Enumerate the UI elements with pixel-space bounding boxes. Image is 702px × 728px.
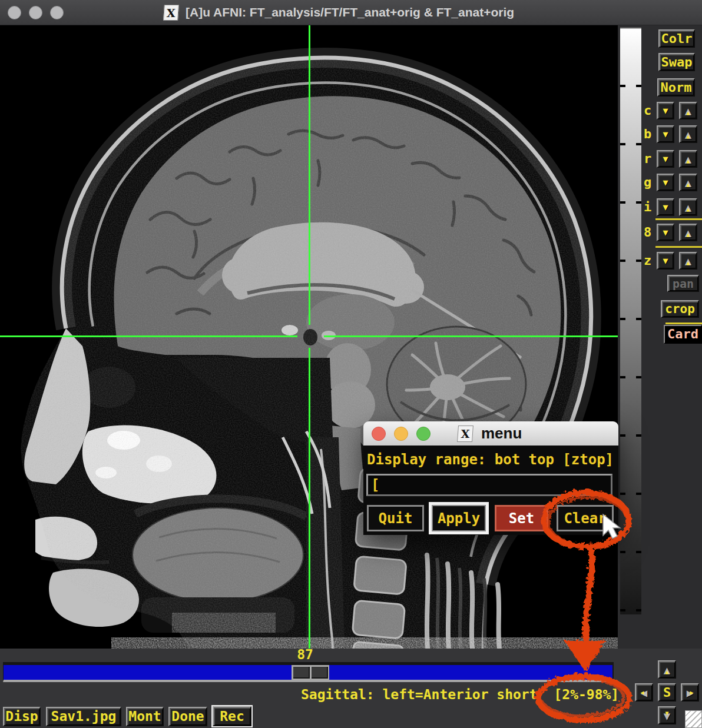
montage-increase-button[interactable]: ▲▲ [679,224,697,241]
r-increase-button[interactable]: ▲▲ [679,150,697,168]
down-arrow-icon: ▼ [663,257,668,265]
montage-decrease-button[interactable]: ▼ [657,224,674,241]
intensity-range-label: [2%-98%] [554,687,619,702]
slider-thumb[interactable] [292,665,329,680]
save-jpeg-button[interactable]: Sav1.jpg [46,707,121,726]
slice-left-button[interactable]: ◀◀ [635,683,653,702]
zoom-button[interactable] [50,6,64,19]
g-increase-button[interactable]: ▲▲ [679,174,697,191]
b-increase-button[interactable]: ▲▲ [679,125,697,143]
done-button[interactable]: Done [168,707,207,726]
param-label-8: 8 [644,224,657,241]
slice-up-button[interactable]: ▲▲ [658,660,676,679]
display-range-input[interactable] [366,474,612,496]
menu-window: X menu Display range: bot top [ztop] Qui… [363,421,618,535]
control-sidebar: Colr Swap Norm c ▼ ▲▲ b ▼ ▲▲ r ▼ ▲▲ g ▼ … [642,25,702,649]
param-label-b: b [644,125,657,143]
crosshair-vertical [309,348,310,649]
down-arrow-icon: ▼ [663,203,668,212]
slice-number-label: 87 [287,648,323,661]
apply-button-focus-ring: Apply [429,502,489,534]
apply-button[interactable]: Apply [432,505,486,531]
zoom-button[interactable] [416,427,431,441]
param-label-c: c [644,102,657,119]
right-arrow-icon: ▶▶ [684,686,697,699]
mri-viewport[interactable] [0,25,618,649]
swap-button[interactable]: Swap [658,53,695,71]
param-label-i: i [644,198,657,216]
norm-button[interactable]: Norm [657,78,695,97]
zoom-increase-button[interactable]: ▲▲ [679,252,697,270]
left-arrow-icon: ◀◀ [638,686,651,699]
disp-button[interactable]: Disp [3,707,41,726]
colr-button[interactable]: Colr [658,29,695,48]
close-button[interactable] [372,427,386,441]
slice-slider[interactable] [3,662,614,682]
set-button[interactable]: Set [495,505,548,531]
status-line: Sagittal: left=Anterior short [2%-98%] [301,688,619,702]
window-titlebar[interactable]: X [A]u AFNI: FT_analysis/FT/FT_anat+orig… [0,0,702,25]
window-title: [A]u AFNI: FT_analysis/FT/FT_anat+orig &… [186,5,514,19]
r-decrease-button[interactable]: ▼ [657,150,674,168]
window-resize-grip[interactable] [685,710,702,728]
pan-button[interactable]: pan [667,275,699,292]
down-arrow-icon: ▼ [663,178,668,187]
separator [665,323,702,324]
menu-title: menu [481,424,522,443]
clear-button[interactable]: Clear [557,505,614,531]
orientation-label: Sagittal: left=Anterior short [301,687,538,702]
x11-icon: X [163,5,179,21]
down-arrow-icon: ▼ [663,155,668,164]
up-arrow-icon: ▲▲ [682,128,695,141]
menu-titlebar[interactable]: X menu [363,421,618,446]
card-menu-button[interactable]: Card [664,325,702,344]
up-arrow-icon: ▲▲ [682,152,695,165]
rec-button-frame: Rec [211,705,253,727]
up-arrow-icon: ▲▲ [682,176,695,189]
down-arrow-icon: ▼▼ [661,709,674,722]
down-arrow-icon: ▼ [663,107,668,115]
crosshair-vertical [309,25,310,325]
close-button[interactable] [8,6,21,19]
quit-button[interactable]: Quit [367,505,424,531]
menu-body: Display range: bot top [ztop] Quit Apply… [363,446,618,535]
rec-button[interactable]: Rec [213,706,251,726]
down-arrow-icon: ▼ [663,228,668,237]
up-arrow-icon: ▲▲ [682,104,695,117]
down-arrow-icon: ▼ [663,130,668,139]
sagittal-button[interactable]: S [658,683,676,702]
mont-button[interactable]: Mont [126,707,164,726]
minimize-button[interactable] [394,427,408,441]
param-label-z: z [644,252,657,270]
up-arrow-icon: ▲▲ [682,201,695,214]
minimize-button[interactable] [29,6,42,19]
i-increase-button[interactable]: ▲▲ [679,198,697,216]
up-arrow-icon: ▲▲ [682,254,695,267]
display-range-label: Display range: bot top [ztop] [367,453,614,467]
param-label-g: g [644,174,657,191]
grayscale-colorbar[interactable] [620,28,641,614]
separator [655,218,702,220]
crosshair-horizontal [324,335,618,337]
i-decrease-button[interactable]: ▼ [657,198,674,216]
right-panel: Colr Swap Norm c ▼ ▲▲ b ▼ ▲▲ r ▼ ▲▲ g ▼ … [618,25,702,649]
crop-button[interactable]: crop [661,300,699,318]
crosshair-horizontal [0,335,297,337]
up-arrow-icon: ▲▲ [661,663,674,676]
separator [655,246,702,248]
zoom-decrease-button[interactable]: ▼ [657,252,674,270]
b-decrease-button[interactable]: ▼ [657,125,674,143]
up-arrow-icon: ▲▲ [682,226,695,239]
x11-icon: X [457,426,473,442]
slice-right-button[interactable]: ▶▶ [681,683,699,702]
g-decrease-button[interactable]: ▼ [657,174,674,191]
slice-down-button[interactable]: ▼▼ [658,706,676,724]
c-decrease-button[interactable]: ▼ [657,102,674,119]
c-increase-button[interactable]: ▲▲ [679,102,697,119]
param-label-r: r [644,150,657,168]
